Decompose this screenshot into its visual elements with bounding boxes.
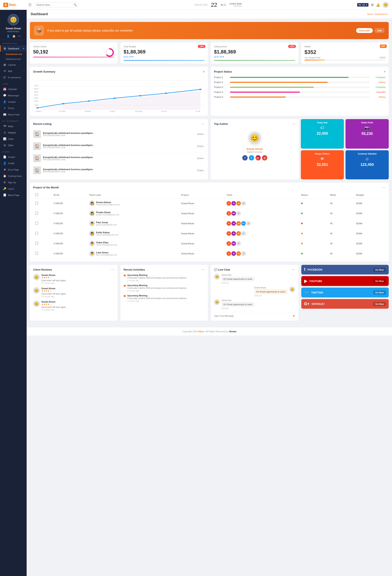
sidebar-item-mail[interactable]: ✉ Mail ›	[0, 68, 27, 74]
logout-icon[interactable]: ↪	[18, 35, 20, 38]
sidebar-item-table[interactable]: ⊞ Table	[0, 142, 27, 148]
social-card-youtube[interactable]: ▶ YOUTUBE Go Now	[301, 276, 389, 286]
sidebar-item-messenger[interactable]: 💬 Messenger	[0, 92, 27, 99]
sidebar-item-widgets[interactable]: ⊡ Widgets	[0, 129, 27, 136]
apps-icon[interactable]: ⊞	[371, 3, 374, 7]
stat-box-dollar-profit[interactable]: Dollar Profit 📷 55,230	[345, 119, 389, 149]
youtube-go-btn[interactable]: Go Now	[373, 279, 386, 283]
team-add-btn[interactable]: +	[241, 201, 246, 206]
chat-send-icon[interactable]: ➤	[292, 314, 295, 318]
team-avatar[interactable]: S	[227, 211, 231, 216]
search-input[interactable]	[36, 3, 72, 6]
team-avatar[interactable]: Al	[236, 201, 241, 206]
sidebar-item-errorpage[interactable]: ✖ Error Page	[0, 167, 27, 173]
hamburger-icon[interactable]: ☰	[28, 3, 31, 7]
notification-icon[interactable]: 🔔	[376, 3, 380, 7]
social-card-twitter[interactable]: 🐦 TWITTER Go Now	[301, 288, 389, 297]
chat-message: 😊 Sowat Ahsan It's Great opportunity to …	[214, 287, 295, 297]
sidebar-item-signup[interactable]: ➕ Sign Up	[0, 179, 27, 185]
team-add-btn[interactable]: +	[236, 211, 241, 216]
facebook-go-btn[interactable]: Go Now	[373, 268, 386, 272]
team-avatar[interactable]: Al	[236, 251, 241, 256]
row-checkbox[interactable]	[35, 252, 38, 255]
team-avatar[interactable]: S	[227, 241, 231, 246]
team-add-btn[interactable]: +	[241, 231, 246, 236]
sidebar-item-login[interactable]: 🔑 Log In	[0, 185, 27, 192]
sidebar-item-profile[interactable]: 👤 Profile	[0, 160, 27, 167]
chat-menu[interactable]: —	[292, 268, 295, 271]
listing-detail-4[interactable]: Details ›	[197, 169, 205, 172]
author-menu-icon[interactable]: —	[292, 122, 295, 126]
team-avatar[interactable]: MS	[232, 211, 236, 216]
skip-button[interactable]: skip	[374, 28, 385, 33]
author-facebook-btn[interactable]: f	[242, 155, 248, 161]
growth-menu-icon[interactable]: ▾	[203, 70, 205, 74]
listing-detail-2[interactable]: Details ›	[197, 145, 205, 147]
sidebar-item-maps[interactable]: 🗺 Maps	[0, 123, 27, 129]
team-avatar[interactable]: S	[227, 251, 231, 256]
subscribe-button[interactable]: Subscribe	[356, 28, 373, 33]
team-avatar[interactable]: M	[232, 231, 236, 236]
stat-box-unique-visitors[interactable]: Unique Visitors 👁 32,051	[301, 150, 344, 179]
user-avatar-topnav[interactable]: 😊	[383, 2, 389, 8]
row-week: 40	[328, 219, 354, 229]
sidebar-item-todo[interactable]: ✔ To-Do	[0, 105, 27, 111]
team-avatar[interactable]: KJ	[241, 221, 246, 226]
stat-box-today-sale[interactable]: Today Sale 🏷 22,450	[301, 119, 344, 149]
row-checkbox[interactable]	[35, 242, 38, 245]
listing-detail-1[interactable]: Details ›	[197, 133, 205, 135]
team-add-btn[interactable]: +	[246, 221, 251, 226]
chat-input[interactable]	[214, 315, 291, 317]
listing-menu-icon[interactable]: —	[201, 122, 205, 126]
banner-box-icon: 📦	[34, 26, 44, 35]
stat-wallet-label: Wallet	[305, 45, 386, 48]
author-google-btn[interactable]: g	[262, 155, 267, 161]
sidebar-item-dashboard[interactable]: ⊞ Dashboard ▾	[0, 45, 27, 52]
sidebar-item-dashboard-two[interactable]: Dashboard two	[4, 57, 27, 61]
sidebar-item-calender[interactable]: 📅 Calender	[0, 86, 27, 92]
author-twitter-btn[interactable]: t	[249, 155, 254, 161]
googleplus-go-btn[interactable]: Go Now	[373, 302, 386, 306]
sidebar-item-newsfeed[interactable]: 📰 News Feed	[0, 111, 27, 118]
sidebar-item-blankpage[interactable]: 📃 Blank Page	[0, 192, 27, 198]
sidebar-item-chart[interactable]: 📊 Chart	[0, 136, 27, 142]
activities-menu[interactable]: —	[201, 268, 205, 271]
row-checkbox[interactable]	[35, 202, 38, 204]
team-avatar[interactable]: M	[232, 201, 236, 206]
sidebar-item-comingsoon[interactable]: ⏰ Coming Soon	[0, 173, 27, 179]
sidebar-item-invoice[interactable]: 📄 Invoice	[0, 154, 27, 160]
team-avatar[interactable]: M	[232, 221, 236, 226]
region-selector[interactable]: 🇬🇧 UK ▾	[357, 3, 368, 6]
sidebar-item-dashboard-one[interactable]: Dashboard one	[4, 52, 27, 57]
home-icon[interactable]: 🏠	[12, 35, 16, 38]
project-table-menu[interactable]: —	[382, 185, 386, 189]
social-card-googleplus[interactable]: G+ GOOGLE+ Go Now	[301, 299, 389, 309]
team-avatar[interactable]: S	[227, 201, 231, 206]
team-avatar[interactable]: M	[232, 251, 236, 256]
social-card-facebook[interactable]: f FACEBOOK Go Now	[301, 265, 389, 274]
team-avatar[interactable]: MS	[232, 241, 236, 246]
stat-box-today-sale-label: Today Sale	[303, 121, 342, 124]
stat-box-customer-satisfied[interactable]: Customer Satisfied ☺ 122,450	[345, 150, 389, 179]
author-instagram-btn[interactable]: in	[255, 155, 261, 161]
listing-detail-3[interactable]: Details ›	[197, 157, 205, 159]
team-avatar[interactable]: Al	[236, 221, 241, 226]
twitter-go-btn[interactable]: Go Now	[373, 290, 386, 294]
team-avatar[interactable]: S	[227, 221, 231, 226]
select-all-checkbox[interactable]	[35, 193, 38, 196]
row-checkbox[interactable]	[35, 212, 38, 215]
team-add-btn[interactable]: +	[241, 251, 246, 256]
listing-img-4: 🏠	[33, 167, 41, 174]
row-checkbox[interactable]	[35, 232, 38, 235]
team-avatar[interactable]: S	[227, 231, 231, 236]
sidebar-item-contact[interactable]: 👤 Contact	[0, 99, 27, 105]
project-status-menu[interactable]: ▾	[384, 70, 386, 74]
team-avatar[interactable]: Al	[236, 231, 241, 236]
sidebar-item-layouts[interactable]: ▦ Layouts	[0, 61, 27, 68]
row-checkbox[interactable]	[35, 222, 38, 225]
wallet-pay-button[interactable]: PAY	[380, 44, 387, 48]
reviews-menu[interactable]: —	[111, 268, 114, 271]
user-icon[interactable]: 👤	[6, 35, 10, 38]
sidebar-item-ecommerce[interactable]: 🛒 E-commerce	[0, 74, 27, 81]
team-add-btn[interactable]: +	[236, 241, 241, 246]
